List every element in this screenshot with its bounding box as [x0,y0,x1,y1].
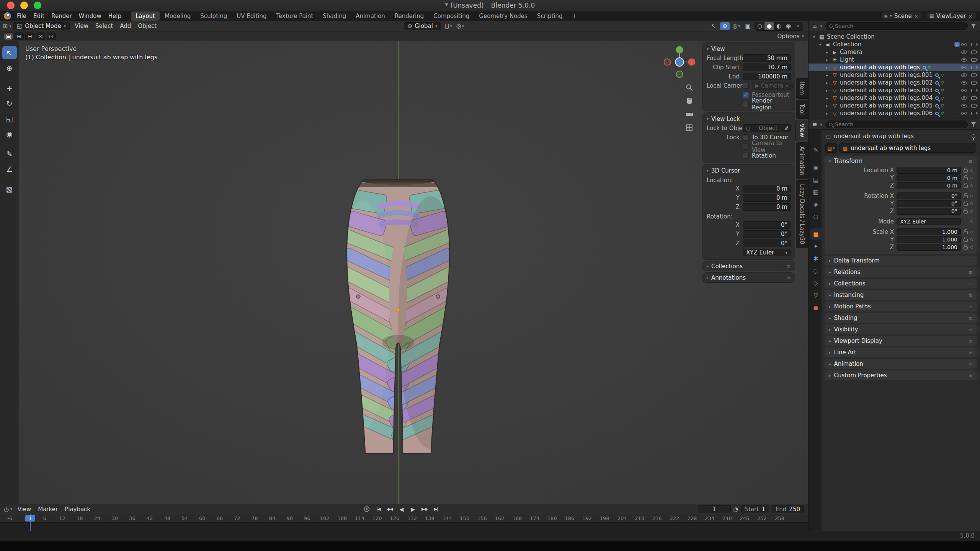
viewport-canvas[interactable]: ↖⊕+↻◱◉✎∠▧ User Perspective (1) Collectio… [0,41,808,504]
workspace-tab[interactable]: + [568,11,582,21]
add-cube-tool[interactable]: ▧ [2,182,17,196]
select-mode-extend-icon[interactable]: ⊞ [15,33,24,40]
mesh-data-icon[interactable]: ▽ [941,111,944,116]
mesh-data-icon[interactable]: ▽ [941,88,944,93]
lock-icon[interactable] [964,231,968,234]
viewport-menu-item[interactable]: Add [116,22,134,30]
outliner-search-input[interactable] [835,23,964,29]
outliner-row[interactable]: ▸ undersuit ab wrap with legs ▽ [808,64,980,71]
modifiers-tab[interactable]: ✦ [810,241,822,252]
current-frame-field[interactable]: 1 [698,505,731,513]
menu-item[interactable]: Edit [30,12,48,20]
collapsed-panel[interactable]: ▸ Instancing ≡ [825,290,977,300]
playhead[interactable]: 1 [25,515,35,522]
panel-grip-icon[interactable]: ≡ [969,269,973,275]
material-preview-icon[interactable]: ◐ [774,22,784,30]
outliner-row[interactable]: ▾ Collection ▽ [808,41,980,48]
physics-tab[interactable]: ◌ [810,265,822,277]
expand-arrow-icon[interactable]: ▸ [825,65,830,70]
camera-view-icon[interactable] [684,109,694,119]
modifier-wrench-icon[interactable] [935,89,939,92]
mesh-data-icon[interactable]: ▽ [941,73,944,77]
expand-arrow-icon[interactable]: ▸ [825,104,830,108]
number-field[interactable]: 0 m [743,194,791,202]
expand-arrow-icon[interactable]: ▸ [825,58,830,62]
render-tab[interactable]: ◉ [810,162,822,173]
disable-in-render-icon[interactable] [971,104,976,108]
hide-in-viewport-icon[interactable] [961,51,967,54]
workspace-tab[interactable]: UV Editing [232,11,271,21]
solid-shading-icon[interactable]: ● [764,22,774,30]
editor-type-icon[interactable]: ⊞ [3,23,8,29]
menu-item[interactable]: Render [48,12,75,20]
world-tab[interactable]: ○ [810,211,822,222]
timeline-menu-item[interactable]: Marker [34,505,61,513]
proportional-editing-icon[interactable]: ◎▾ [456,22,465,30]
viewport-menu-item[interactable]: View [71,22,92,30]
outliner-row[interactable]: ▸ undersuit ab wrap with legs.003 ▽ [808,86,980,94]
lock-option-checkbox[interactable] [743,143,749,150]
outliner-search[interactable] [825,22,968,30]
snap-magnet-icon[interactable]: ⋃▾ [444,22,453,30]
properties-search-input[interactable] [835,121,964,127]
clear-icon[interactable]: × [785,83,789,89]
hide-in-viewport-icon[interactable] [961,73,967,77]
mode-dropdown[interactable]: ◱ Object Mode ▾ [13,22,70,30]
modifier-wrench-icon[interactable] [923,66,926,69]
panel-grip-icon[interactable]: ≡ [969,373,973,378]
menu-item[interactable]: Help [105,12,125,20]
number-field[interactable]: 1.000 ▾ [897,236,961,243]
mesh-data-icon[interactable]: ▽ [941,96,944,100]
select-mode-invert-icon[interactable]: ⊠ [36,33,45,40]
eyedropper-icon[interactable] [785,126,789,130]
preview-range-clock-icon[interactable]: ◔ [733,506,738,513]
cursor-panel-header[interactable]: ▾ 3D Cursor [703,166,795,175]
mesh-data-icon[interactable]: ▽ [941,104,944,108]
play-reverse-button[interactable]: ◀ [396,505,406,513]
expand-arrow-icon[interactable]: ▸ [825,88,830,93]
panel-grip-icon[interactable]: ≡ [969,292,973,298]
wireframe-shading-icon[interactable]: ○ [755,22,764,30]
panel-grip-icon[interactable]: ≡ [969,258,973,264]
collapsed-panel[interactable]: ▸ Annotations ≡ [703,273,795,282]
sidebar-tab[interactable]: Item [796,78,808,99]
disable-in-render-icon[interactable] [971,81,976,85]
panel-grip-icon[interactable]: ≡ [969,361,973,367]
modifier-wrench-icon[interactable] [935,112,939,115]
workspace-tab[interactable]: Modeling [160,11,195,21]
view-panel-header[interactable]: ▾ View [703,44,795,54]
collapsed-panel[interactable]: ▸ Visibility ≡ [825,324,977,334]
panel-grip-icon[interactable]: ≡ [969,304,973,310]
modifier-wrench-icon[interactable] [935,96,939,100]
model-undersuit-ab-wrap[interactable] [302,170,494,468]
expand-arrow-icon[interactable]: ▾ [818,42,823,47]
sidebar-tab[interactable]: View [795,120,808,141]
frame-end-field[interactable]: End 250 [772,505,804,513]
panel-grip-icon[interactable]: ≡ [969,315,973,321]
transform-panel-header[interactable]: ▾ Transform ≡ [825,156,977,166]
collapsed-panel[interactable]: ▸ Motion Paths ≡ [825,302,977,311]
number-field[interactable]: 0° [743,240,791,247]
show-gizmo-icon[interactable]: ⊕ [720,22,730,30]
workspace-tab[interactable]: Rendering [390,11,429,21]
disable-in-render-icon[interactable] [971,73,976,77]
object-type-button[interactable]: ▧▾ [825,143,837,153]
passepartout-checkbox[interactable] [743,92,749,98]
timeline-menu-item[interactable]: Playback [61,505,94,513]
modifier-wrench-icon[interactable] [935,81,939,85]
outliner-row[interactable]: ▸ undersuit ab wrap with legs.006 ▽ [808,109,980,117]
timeline-editor[interactable]: ◷ ▾ ViewMarkerPlayback |◀ ◆◀ ◀ ▶ ▶◆ ▶| [0,504,808,531]
gizmo-y-neg-axis[interactable] [676,71,683,78]
timeline-ruler[interactable]: -661218243036424854606672788490961021081… [0,514,808,523]
outliner-row[interactable]: ▸ Camera ▽ [808,48,980,56]
outliner-row[interactable]: ▸ undersuit ab wrap with legs.005 ▽ [808,102,980,109]
navigation-gizmo[interactable] [660,42,699,82]
local-camera-checkbox[interactable] [743,83,749,89]
workspace-tab[interactable]: Animation [351,11,389,21]
sidebar-tab[interactable]: Animation [796,142,808,179]
hide-in-viewport-icon[interactable] [961,89,967,92]
mesh-data-icon[interactable]: ▽ [941,81,944,85]
menu-item[interactable]: Window [75,12,105,20]
expand-arrow-icon[interactable]: ▸ [825,50,830,54]
disable-in-render-icon[interactable] [971,96,976,100]
